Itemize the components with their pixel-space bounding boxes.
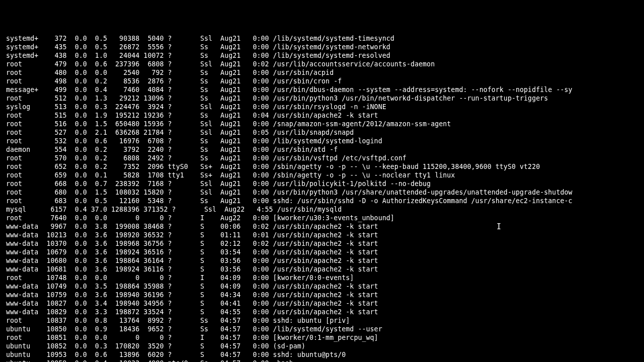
process-row: www-data 10759 0.0 3.6 198940 36196 ? S … xyxy=(6,291,644,299)
process-row: www-data 10680 0.0 3.6 198864 36164 ? S … xyxy=(6,256,644,265)
process-row: ubuntu 10852 0.0 0.3 170820 3520 ? S 04:… xyxy=(6,342,644,350)
process-row: root 512 0.0 1.3 29212 13096 ? Ss Aug21 … xyxy=(6,94,644,103)
process-row: root 570 0.0 0.2 6808 2492 ? Ss Aug21 0:… xyxy=(6,154,644,162)
process-row: root 683 0.0 0.5 12160 5348 ? Ss Aug21 0… xyxy=(6,197,644,205)
process-row: root 659 0.0 0.1 5828 1708 tty1 Ss+ Aug2… xyxy=(6,171,644,179)
process-row: daemon 554 0.0 0.2 3792 2240 ? Ss Aug21 … xyxy=(6,145,644,154)
terminal-output: systemd+ 372 0.0 0.5 90388 5040 ? Ssl Au… xyxy=(6,34,644,362)
process-row: systemd+ 438 0.0 1.0 24044 10072 ? Ss Au… xyxy=(6,51,644,60)
process-row: ubuntu 10953 0.0 0.6 13896 6020 ? S 04:5… xyxy=(6,350,644,359)
process-row: root 527 0.0 2.1 636268 21784 ? Ssl Aug2… xyxy=(6,128,644,137)
process-row: ubuntu 10850 0.0 0.9 18436 9652 ? Ss 04:… xyxy=(6,325,644,333)
process-row: www-data 10681 0.0 3.6 198924 36116 ? S … xyxy=(6,265,644,274)
process-row: root 668 0.0 0.7 238392 7168 ? Ssl Aug21… xyxy=(6,179,644,188)
process-row: www-data 10829 0.0 3.3 198872 33524 ? S … xyxy=(6,308,644,316)
process-row: www-data 10679 0.0 3.6 198924 36516 ? S … xyxy=(6,248,644,256)
process-row: root 680 0.0 1.5 108032 15820 ? Ssl Aug2… xyxy=(6,188,644,197)
process-row: root 7640 0.0 0.0 0 0 ? I Aug22 0:00 [kw… xyxy=(6,214,644,222)
process-row: www-data 10370 0.0 3.6 198968 36756 ? S … xyxy=(6,239,644,248)
process-row: root 479 0.0 0.6 237396 6808 ? Ssl Aug21… xyxy=(6,60,644,68)
process-row: root 480 0.0 0.0 2540 792 ? Ss Aug21 0:0… xyxy=(6,68,644,77)
process-row: root 10748 0.0 0.0 0 0 ? I 04:09 0:00 [k… xyxy=(6,274,644,282)
process-row: syslog 513 0.0 0.3 224476 3924 ? Ssl Aug… xyxy=(6,103,644,111)
process-row: message+ 499 0.0 0.4 7460 4084 ? Ss Aug2… xyxy=(6,85,644,94)
process-row: www-data 10749 0.0 3.5 198864 35988 ? S … xyxy=(6,282,644,291)
process-row: root 498 0.0 0.2 8536 2876 ? Ss Aug21 0:… xyxy=(6,77,644,85)
process-row: root 515 0.0 1.9 195212 19236 ? Ss Aug21… xyxy=(6,111,644,120)
process-row: systemd+ 372 0.0 0.5 90388 5040 ? Ssl Au… xyxy=(6,34,644,43)
process-row: root 10837 0.0 0.8 13764 8992 ? Ss 04:57… xyxy=(6,316,644,325)
process-row: ubuntu 10959 0.0 0.4 10032 4980 pts/0 Ss… xyxy=(6,359,644,362)
process-row: mysql 6157 0.4 37.0 1288396 371352 ? Ssl… xyxy=(6,205,644,214)
process-row: root 10851 0.0 0.0 0 0 ? I 04:57 0:00 [k… xyxy=(6,333,644,342)
process-row: root 652 0.0 0.2 7352 2096 ttyS0 Ss+ Aug… xyxy=(6,162,644,171)
process-row: root 516 0.0 1.5 650480 15936 ? Ssl Aug2… xyxy=(6,120,644,128)
process-row: www-data 9967 0.0 3.8 199008 38468 ? S 0… xyxy=(6,222,644,231)
process-row: systemd+ 435 0.0 0.5 26872 5556 ? Ss Aug… xyxy=(6,43,644,51)
process-row: root 532 0.0 0.6 16976 6708 ? Ss Aug21 0… xyxy=(6,137,644,145)
process-row: www-data 10827 0.0 3.4 198940 34956 ? S … xyxy=(6,299,644,308)
process-row: www-data 10213 0.0 3.6 198920 36532 ? S … xyxy=(6,231,644,239)
